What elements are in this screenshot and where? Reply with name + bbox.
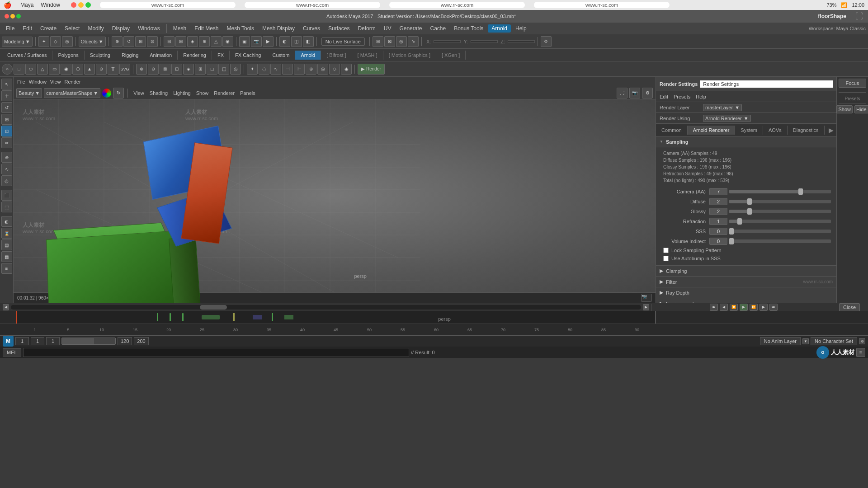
param-diffuse-thumb[interactable] [747, 198, 752, 205]
select-render[interactable]: ⬚ [1, 202, 12, 212]
vp-maximize[interactable]: ⛶ [617, 88, 627, 99]
tab-sculpting[interactable]: Sculpting [85, 51, 116, 60]
hide-btn[interactable]: Hide [854, 105, 868, 113]
attr-editor[interactable]: ▦ [1, 251, 12, 262]
tab-fx[interactable]: FX [212, 51, 230, 60]
tab-bifrost[interactable]: [ Bifrost ] [321, 51, 352, 60]
edit-btn[interactable]: Edit [660, 94, 668, 99]
current-frame-field[interactable]: 1 [15, 337, 29, 345]
param-volume-slider[interactable] [729, 239, 831, 243]
tab-mash[interactable]: [ MASH ] [352, 51, 383, 60]
color-swatch[interactable] [102, 89, 111, 98]
maximize-window-btn[interactable] [85, 2, 91, 8]
min-btn[interactable] [10, 14, 15, 19]
fill-hole-btn[interactable]: ◎ [317, 64, 328, 75]
scale-tool[interactable]: ⊞ [1, 114, 12, 125]
no-anim-layer[interactable]: No Anim Layer [760, 337, 801, 345]
close-window-btn[interactable] [71, 2, 76, 8]
tab-diagnostics[interactable]: Diagnostics [788, 126, 825, 135]
xray-btn[interactable]: ◧ [303, 36, 314, 47]
param-camera-aa-thumb[interactable] [798, 188, 803, 195]
show-btn[interactable]: Show [836, 105, 853, 113]
ring-btn[interactable]: ◫ [218, 64, 229, 75]
crease-btn[interactable]: ∿ [408, 36, 419, 47]
poly-torus-btn[interactable]: ◉ [61, 64, 71, 75]
camera-dropdown[interactable]: cameraMasterShape ▼ [44, 88, 100, 98]
arrow-tool[interactable]: ↖ [1, 79, 12, 89]
vp-render-menu[interactable]: Render [65, 79, 81, 84]
filter-section[interactable]: ▶ Filter www.rr-sc.com [656, 277, 836, 287]
universal-btn[interactable]: ⊡ [147, 36, 158, 47]
mac-maya[interactable]: Maya [20, 2, 33, 8]
environment-section[interactable]: ▶ Environment [656, 298, 836, 303]
render-region-btn[interactable]: ▣ [239, 36, 250, 47]
tab-custom[interactable]: Custom [267, 51, 296, 60]
snap-btn3[interactable]: ◈ [187, 36, 198, 47]
param-sss-thumb[interactable] [729, 228, 734, 235]
scale-btn[interactable]: ⊞ [135, 36, 146, 47]
mel-python-toggle[interactable]: MEL [3, 348, 21, 357]
menu-uv[interactable]: UV [380, 24, 395, 33]
mirror-btn[interactable]: ⊣ [282, 64, 293, 75]
mode-dropdown[interactable]: Modeling ▼ [2, 37, 33, 47]
tab-curves-surfaces[interactable]: Curves / Surfaces [2, 51, 52, 60]
vp-show[interactable]: Show [194, 90, 211, 96]
param-sss-slider[interactable] [729, 230, 831, 233]
command-line[interactable] [23, 348, 409, 357]
outliner-btn[interactable]: ≡ [1, 263, 12, 274]
param-volume-value[interactable]: 0 [709, 238, 727, 245]
snap-curve[interactable]: ∿ [1, 164, 12, 174]
combine-btn[interactable]: ⊕ [136, 64, 147, 75]
beauty-dropdown[interactable]: Beauty ▼ [16, 88, 42, 98]
wire-btn[interactable]: ◫ [291, 36, 302, 47]
silhouette-btn[interactable]: ◐ [279, 36, 290, 47]
minimize-window-btn[interactable] [78, 2, 84, 8]
tab-aovs[interactable]: AOVs [763, 126, 788, 135]
autobump-checkbox[interactable] [663, 256, 669, 261]
render-settings-input[interactable] [700, 80, 833, 88]
render-layer-dropdown[interactable]: masterLayer ▼ [703, 104, 742, 111]
transport-prev-frame[interactable]: ◀ [720, 304, 728, 311]
menu-bonus[interactable]: Bonus Tools [450, 24, 487, 33]
z-field[interactable] [508, 40, 535, 43]
loop-btn[interactable]: ◻ [207, 64, 217, 75]
tl-scroll-track[interactable] [11, 305, 641, 310]
show-hide[interactable]: ◐ [1, 216, 12, 227]
x-field[interactable] [434, 40, 461, 43]
url-bar-1[interactable]: www.rr-sc.com [100, 2, 236, 8]
smooth-btn[interactable]: ◉ [341, 64, 352, 75]
vp-renderer[interactable]: Renderer [212, 90, 236, 96]
param-refraction-thumb[interactable] [737, 218, 742, 225]
menu-help[interactable]: Help [512, 24, 530, 33]
channel-box[interactable]: ▤ [1, 239, 12, 250]
snap-point[interactable]: ◎ [1, 175, 12, 186]
play-start-field[interactable]: 1 [31, 337, 44, 345]
menu-edit[interactable]: Edit [19, 24, 36, 33]
param-diffuse-value[interactable]: 2 [709, 198, 727, 205]
url-bar-3[interactable]: www.rr-sc.com [389, 2, 525, 8]
extrude-btn[interactable]: ⊞ [195, 64, 206, 75]
poly-cone-btn[interactable]: △ [37, 64, 48, 75]
param-glossy-thumb[interactable] [747, 208, 752, 215]
tab-common[interactable]: Common [656, 126, 688, 135]
paint-btn[interactable]: ◎ [62, 36, 73, 47]
timeline-track[interactable]: persp [16, 311, 656, 324]
target-weld-btn[interactable]: ⊕ [306, 64, 316, 75]
bevel-btn[interactable]: ◈ [183, 64, 194, 75]
url-bar-4[interactable]: www.rr-sc.com [534, 2, 670, 8]
ipr-btn[interactable]: ▶ [263, 36, 274, 47]
tl-scroll-left[interactable]: ◀ [3, 304, 9, 310]
param-glossy-value[interactable]: 2 [709, 208, 727, 215]
tab-arnold-renderer[interactable]: Arnold Renderer [688, 126, 736, 135]
render-tool[interactable]: ⬛ [1, 190, 12, 201]
transport-next-frame[interactable]: ▶ [760, 304, 768, 311]
param-camera-aa-slider[interactable] [729, 190, 831, 193]
vp-shading[interactable]: Shading [148, 90, 170, 96]
menu-cache[interactable]: Cache [426, 24, 449, 33]
maya-m-icon[interactable]: M [3, 336, 14, 347]
extract-btn[interactable]: ⊠ [160, 64, 170, 75]
snap-btn4[interactable]: ⊕ [199, 36, 210, 47]
rotate-btn[interactable]: ↺ [123, 36, 134, 47]
tabs-right-arrow[interactable]: ▶ [826, 127, 836, 134]
apple-icon[interactable]: 🍎 [4, 1, 11, 9]
